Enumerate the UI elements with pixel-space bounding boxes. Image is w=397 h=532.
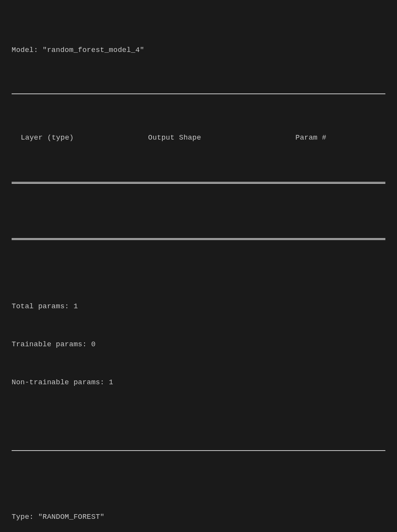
meta-block: Type: "RANDOM_FOREST" Task: REGRESSION L… [12, 487, 385, 532]
summary-header-row: Layer (type) Output Shape Param # [12, 131, 385, 146]
total-params: Total params: 1 [12, 299, 385, 315]
rule-thin [12, 450, 385, 451]
console-output: Model: "random_forest_model_4" Layer (ty… [12, 12, 385, 532]
trainable-params: Trainable params: 0 [12, 337, 385, 353]
rule-double [12, 182, 385, 184]
col-header-param: Param # [272, 133, 381, 144]
rule-double [12, 238, 385, 240]
type-line: Type: "RANDOM_FOREST" [12, 510, 385, 525]
params-block: Total params: 1 Trainable params: 0 Non-… [12, 276, 385, 413]
non-trainable-params: Non-trainable params: 1 [12, 375, 385, 391]
col-header-layer: Layer (type) [16, 133, 148, 144]
model-name-line: Model: "random_forest_model_4" [12, 45, 385, 56]
col-header-output-shape: Output Shape [148, 133, 272, 144]
rule-thin [12, 93, 385, 94]
